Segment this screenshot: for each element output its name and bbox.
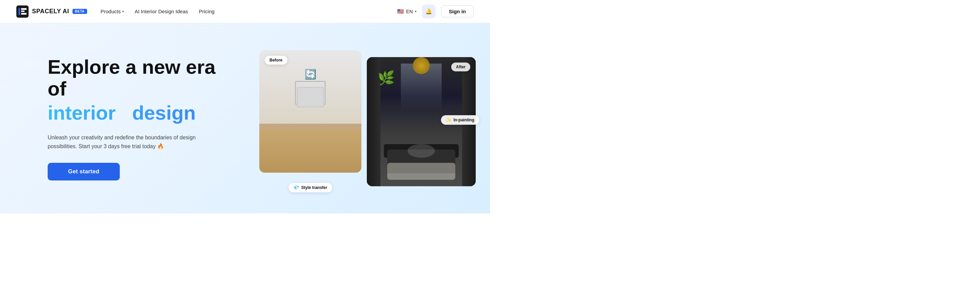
window-element xyxy=(295,81,326,105)
products-nav-link[interactable]: Products ▾ xyxy=(101,8,124,14)
style-transfer-badge: 💎 Style transfer xyxy=(288,183,332,192)
hero-title-line1: Explore a new era of xyxy=(48,56,224,100)
notification-bell-button[interactable]: 🔔 xyxy=(422,5,436,18)
get-started-button[interactable]: Get started xyxy=(48,163,120,181)
signin-button[interactable]: Sign in xyxy=(441,5,474,17)
lang-chevron-icon: ▾ xyxy=(415,10,417,13)
svg-rect-2 xyxy=(21,8,27,10)
style-transfer-label: Style transfer xyxy=(301,185,327,190)
bell-icon: 🔔 xyxy=(425,8,432,14)
after-room-card: 🌿 After ✨ In-painting xyxy=(367,57,476,186)
logo-text: SPACELY AI xyxy=(32,8,69,15)
nav-right: 🇺🇸 EN ▾ 🔔 Sign in xyxy=(397,5,474,18)
rug-element xyxy=(387,163,455,180)
after-badge: After xyxy=(451,62,470,71)
pricing-nav-link[interactable]: Pricing xyxy=(199,8,215,14)
flag-icon: 🇺🇸 xyxy=(397,8,404,15)
hero-title-line2: interior design xyxy=(48,102,224,124)
before-label: Before xyxy=(269,58,282,62)
before-badge: Before xyxy=(265,56,287,65)
chevron-down-icon: ▾ xyxy=(122,10,124,13)
ai-interior-label: AI Interior Design Ideas xyxy=(135,8,188,14)
svg-rect-4 xyxy=(21,13,27,14)
wand-icon: ✨ xyxy=(446,117,452,123)
after-label: After xyxy=(456,65,466,69)
pricing-label: Pricing xyxy=(199,8,215,14)
hero-section: Explore a new era of interior design Unl… xyxy=(0,23,490,213)
nav-links: Products ▾ AI Interior Design Ideas Pric… xyxy=(101,8,397,14)
hero-description: Unleash your creativity and redefine the… xyxy=(48,133,197,151)
lang-label: EN xyxy=(406,9,413,14)
diamond-icon: 💎 xyxy=(293,185,299,190)
svg-rect-3 xyxy=(21,11,24,12)
logo-area[interactable]: SPACELY AI BETA xyxy=(16,5,87,17)
before-room-card: 🔄 Before 💎 Style transfer xyxy=(259,50,361,186)
products-label: Products xyxy=(101,8,121,14)
hero-right: 🔄 Before 💎 Style transfer 🌿 xyxy=(224,30,490,207)
inpainting-badge: ✨ In-painting xyxy=(441,115,479,125)
lang-selector[interactable]: 🇺🇸 EN ▾ xyxy=(397,8,417,15)
pendant-light xyxy=(413,57,430,74)
svg-rect-1 xyxy=(18,8,20,15)
images-container: 🔄 Before 💎 Style transfer 🌿 xyxy=(259,50,476,186)
hero-title-interior: interior xyxy=(48,102,116,124)
ceiling-fan-icon: 🔄 xyxy=(305,69,317,80)
plant-icon: 🌿 xyxy=(378,70,395,86)
navbar: SPACELY AI BETA Products ▾ AI Interior D… xyxy=(0,0,490,23)
beta-badge: BETA xyxy=(73,9,87,14)
coffee-table xyxy=(408,144,435,158)
ai-interior-nav-link[interactable]: AI Interior Design Ideas xyxy=(135,8,188,14)
inpainting-label: In-painting xyxy=(453,117,474,122)
before-room-image: 🔄 xyxy=(259,50,361,173)
hero-left: Explore a new era of interior design Unl… xyxy=(48,36,224,201)
hero-title-design: design xyxy=(132,102,196,124)
floor-element xyxy=(259,130,361,173)
logo-icon xyxy=(16,5,29,17)
